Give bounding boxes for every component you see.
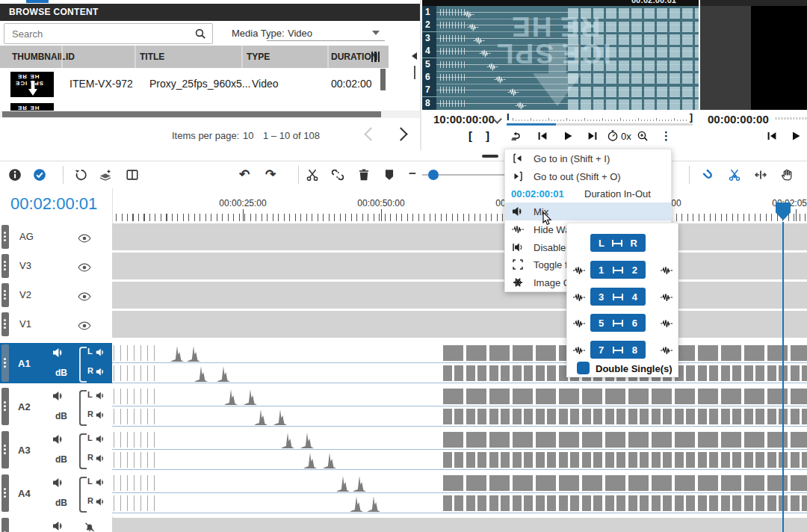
zoom-out-button[interactable]: − xyxy=(409,167,416,182)
zoom-in-button[interactable] xyxy=(637,130,649,142)
search-icon[interactable] xyxy=(194,28,206,40)
undo-button[interactable]: ↶ xyxy=(239,167,250,182)
menu-item-duration-in-out[interactable]: 00:02:00:01Duration In-Out xyxy=(505,185,671,202)
menu-item-go-to-in[interactable]: Go to in (Shift + I) xyxy=(505,149,671,167)
lane-speaker-icon[interactable] xyxy=(96,409,105,419)
horizontal-scrollbar[interactable] xyxy=(0,111,421,118)
marker-button[interactable] xyxy=(383,168,396,182)
track-mute-speaker-icon[interactable] xyxy=(52,433,64,445)
razor-button[interactable] xyxy=(728,168,741,182)
lane-speaker-icon[interactable] xyxy=(96,477,105,486)
scrub-bar[interactable]: I] xyxy=(507,111,693,125)
snap-button[interactable] xyxy=(702,168,715,182)
track-mute-speaker-icon[interactable] xyxy=(52,477,64,489)
reset-button[interactable] xyxy=(74,168,87,182)
zoom-slider-knob[interactable] xyxy=(428,170,439,180)
gain-label[interactable]: dB xyxy=(55,368,67,378)
playhead-line[interactable] xyxy=(782,222,784,532)
split-view-button[interactable] xyxy=(126,168,139,182)
more-dots-button[interactable]: ⋮ xyxy=(661,129,672,143)
track-header-ag[interactable]: AG xyxy=(0,223,113,250)
mix-pair-button-78[interactable]: 78 xyxy=(590,341,646,359)
search-input[interactable] xyxy=(10,26,185,41)
mix-pair-button-34[interactable]: 34 xyxy=(590,288,646,306)
redo-button[interactable]: ↷ xyxy=(265,167,276,182)
visibility-eye-icon[interactable] xyxy=(78,291,91,300)
play-button[interactable] xyxy=(790,130,802,142)
scrub-ruler-dots[interactable] xyxy=(776,117,807,120)
track-header-a1[interactable]: A1dBLR xyxy=(0,343,113,383)
panel-resize-handle[interactable] xyxy=(482,155,498,158)
lane-speaker-icon[interactable] xyxy=(96,366,105,376)
visibility-eye-icon[interactable] xyxy=(78,320,91,329)
track-mute-speaker-icon[interactable] xyxy=(52,390,64,402)
track-mute-speaker-icon[interactable] xyxy=(52,520,64,532)
trim-button[interactable] xyxy=(754,168,767,182)
track-drag-handle[interactable] xyxy=(1,474,9,512)
track-drag-handle[interactable] xyxy=(1,518,9,532)
gain-label[interactable]: dB xyxy=(55,411,67,421)
visibility-eye-icon[interactable] xyxy=(78,262,91,270)
track-drag-handle[interactable] xyxy=(1,431,9,468)
collapse-left-icon[interactable] xyxy=(412,52,417,60)
gain-label[interactable]: dB xyxy=(55,454,67,465)
track-drag-handle[interactable] xyxy=(1,225,9,249)
lane-speaker-icon[interactable] xyxy=(96,433,105,443)
scrollbar-thumb[interactable] xyxy=(2,111,381,117)
info-button[interactable] xyxy=(8,168,22,182)
timeline-ruler[interactable]: 00:00:25:0000:00:50:0000:01:15:0000:01:4… xyxy=(112,188,807,223)
double-singles-checkbox[interactable] xyxy=(577,362,590,374)
mix-pair-button-56[interactable]: 56 xyxy=(590,314,646,332)
track-mute-speaker-icon[interactable] xyxy=(52,347,64,359)
next-frame-button[interactable] xyxy=(587,130,599,142)
gain-label[interactable]: dB xyxy=(55,498,67,508)
previous-page-button[interactable] xyxy=(364,127,377,140)
track-header-a3[interactable]: A3dBLR xyxy=(0,430,113,470)
track-header-v3[interactable]: V3 xyxy=(0,253,113,279)
pan-button[interactable] xyxy=(780,168,794,182)
track-header-v1[interactable]: V1 xyxy=(0,311,113,338)
track-header-vo[interactable]: VO xyxy=(0,516,113,532)
bracket-in-button[interactable]: [ xyxy=(469,129,472,142)
add-layer-button[interactable] xyxy=(99,168,112,182)
media-type-select[interactable]: Media Type:Video xyxy=(228,25,385,43)
mute-bell-icon[interactable] xyxy=(84,522,96,532)
lane-speaker-icon[interactable] xyxy=(96,453,105,463)
table-row[interactable]: HE ЯESPL ICEITEM-VX-972Proxy_25fps_960x5… xyxy=(0,68,389,101)
track-header-a2[interactable]: A2dBLR xyxy=(0,386,113,427)
track-header-v2[interactable]: V2 xyxy=(0,282,113,309)
approve-button[interactable] xyxy=(33,168,46,182)
table-row[interactable]: HE ЯE· xyxy=(0,101,389,111)
mix-pair-button-12[interactable]: 12 xyxy=(590,261,646,279)
track-drag-handle[interactable] xyxy=(1,254,9,278)
track-drag-handle[interactable] xyxy=(1,283,9,307)
cut-button[interactable] xyxy=(306,168,319,182)
panel-splitter[interactable] xyxy=(420,0,421,149)
track-header-a4[interactable]: A4dBLR xyxy=(0,473,113,513)
play-button[interactable] xyxy=(562,130,574,142)
column-header-thumbnail[interactable]: THUMBNAIL xyxy=(12,52,65,62)
bracket-out-button[interactable]: ] xyxy=(486,129,489,142)
track-drag-handle[interactable] xyxy=(1,344,9,382)
speed-clock-button[interactable] xyxy=(607,130,619,142)
menu-item-go-to-out[interactable]: Go to out (Shift + O) xyxy=(505,167,671,185)
menu-item-mix[interactable]: Mix xyxy=(505,202,671,220)
visibility-eye-icon[interactable] xyxy=(78,232,91,241)
column-header-id[interactable]: ID xyxy=(66,52,75,62)
items-per-page-value[interactable]: 10 xyxy=(243,130,253,141)
splitter-grip[interactable] xyxy=(414,66,415,79)
loop-button[interactable] xyxy=(510,130,522,142)
column-settings-icon[interactable] xyxy=(371,52,380,62)
track-drag-handle[interactable] xyxy=(1,388,9,425)
lane-speaker-icon[interactable] xyxy=(96,347,105,356)
column-header-title[interactable]: TITLE xyxy=(140,52,164,62)
next-page-button[interactable] xyxy=(394,127,407,140)
track-drag-handle[interactable] xyxy=(1,312,9,336)
column-header-type[interactable]: TYPE xyxy=(247,52,270,62)
prev-frame-button[interactable] xyxy=(766,130,778,142)
prev-frame-button[interactable] xyxy=(537,130,548,142)
lane-speaker-icon[interactable] xyxy=(96,390,105,400)
delete-button[interactable] xyxy=(357,168,371,182)
lane-speaker-icon[interactable] xyxy=(96,496,105,506)
vertical-scrollbar[interactable] xyxy=(380,69,386,90)
